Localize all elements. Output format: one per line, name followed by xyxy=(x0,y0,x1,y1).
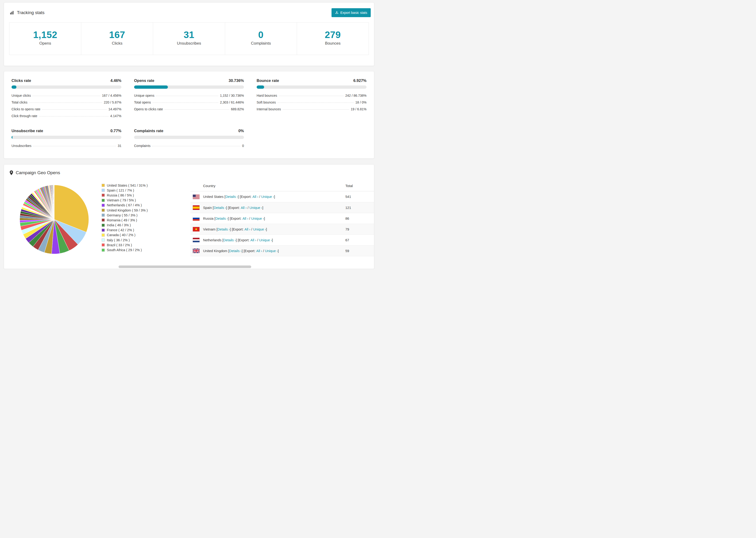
export-all-link[interactable]: All› xyxy=(243,217,248,220)
legend-item: Canada ( 40 / 2% ) xyxy=(102,233,184,238)
legend-item: United Kingdom ( 59 / 3% ) xyxy=(102,208,184,213)
geo-card-header: Campaign Geo Opens xyxy=(4,165,374,180)
rate-percent: 0% xyxy=(238,129,244,133)
legend-item: India ( 46 / 3% ) xyxy=(102,223,184,228)
export-unique-link[interactable]: Unique› xyxy=(265,249,278,253)
export-unique-link[interactable]: Unique› xyxy=(249,206,262,210)
metric-label: Internal bounces xyxy=(257,107,281,111)
metric-value: 0 xyxy=(242,144,244,148)
export-basic-stats-button[interactable]: Export basic stats xyxy=(332,8,371,17)
country-cell: United States [Details›] [Export: All› /… xyxy=(203,195,345,198)
geo-pie-chart xyxy=(19,184,89,255)
metric-label: Unsubscribes xyxy=(12,144,31,148)
vn-flag-icon xyxy=(193,227,199,232)
export-unique-link[interactable]: Unique› xyxy=(251,217,264,220)
rate-metric-row: Clicks to opens rate14.497% xyxy=(12,106,121,112)
metric-value: 19 / 6.81% xyxy=(351,107,366,111)
progress-bar-fill xyxy=(12,136,13,139)
stat-value: 167 xyxy=(81,29,153,40)
progress-bar xyxy=(12,85,121,89)
punctuation: / xyxy=(258,195,261,198)
campaign-geo-opens-card: Campaign Geo Opens United States ( 541 /… xyxy=(4,164,374,269)
punctuation: [ xyxy=(216,228,217,231)
details-link[interactable]: Details› xyxy=(225,195,238,198)
stat-value: 1,152 xyxy=(9,29,81,40)
dotted-leader xyxy=(32,96,100,96)
pie-legend: United States ( 541 / 31% )Spain ( 121 /… xyxy=(102,183,184,252)
rates-card: Clicks rate4.46%Unique clicks167 / 4.456… xyxy=(4,71,374,159)
punctuation: / xyxy=(250,228,253,231)
legend-label: Vietnam ( 79 / 5% ) xyxy=(107,198,136,202)
rate-block: Unsubscribe rate0.77%Unsubscribes31 xyxy=(12,129,121,149)
punctuation: [ xyxy=(221,238,223,242)
legend-swatch xyxy=(102,214,105,217)
punctuation: [ xyxy=(227,249,229,253)
ru-flag-icon xyxy=(193,216,199,221)
export-unique-link[interactable]: Unique› xyxy=(259,238,272,242)
metric-value: 18 / 0% xyxy=(355,100,366,104)
geo-title-text: Campaign Geo Opens xyxy=(16,170,60,175)
progress-bar xyxy=(12,136,121,139)
gb-flag-icon xyxy=(193,248,199,253)
export-all-link[interactable]: All› xyxy=(250,238,256,242)
export-unique-link[interactable]: Unique› xyxy=(253,228,266,231)
rate-metric-row: Unique opens1,152 / 30.736% xyxy=(134,92,244,99)
rate-title: Unsubscribe rate xyxy=(12,129,43,133)
rate-metric-row: Unsubscribes31 xyxy=(12,142,121,149)
punctuation: ] xyxy=(266,228,267,231)
rate-metric-row: Click through rate4.147% xyxy=(12,112,121,119)
metric-value: 2,303 / 61.446% xyxy=(220,100,244,104)
legend-swatch xyxy=(102,224,105,227)
legend-item: Spain ( 121 / 7% ) xyxy=(102,188,184,193)
tracking-card-header: Tracking stats Export basic stats xyxy=(4,3,374,21)
export-all-link[interactable]: All› xyxy=(256,249,262,253)
legend-item: Romania ( 49 / 3% ) xyxy=(102,218,184,223)
legend-item: Germany ( 55 / 3% ) xyxy=(102,213,184,218)
details-link[interactable]: Details› xyxy=(217,228,230,231)
horizontal-scrollbar-thumb[interactable] xyxy=(119,265,251,268)
stat-boxes: 1,152Opens167Clicks31Unsubscribes0Compla… xyxy=(9,22,369,55)
details-link[interactable]: Details› xyxy=(214,206,226,210)
punctuation: / xyxy=(256,238,259,242)
stat-box-clicks: 167Clicks xyxy=(81,22,153,55)
export-icon xyxy=(335,11,339,15)
punctuation: ] [Export: xyxy=(228,217,243,220)
punctuation: [ xyxy=(224,195,225,198)
legend-item: Netherlands ( 67 / 4% ) xyxy=(102,203,184,208)
stat-value: 279 xyxy=(297,29,369,40)
details-link[interactable]: Details› xyxy=(223,238,236,242)
metric-label: Clicks to opens rate xyxy=(12,107,40,111)
export-all-link[interactable]: All› xyxy=(252,195,258,198)
metric-value: 242 / 86.738% xyxy=(345,94,366,97)
rate-title: Opens rate xyxy=(134,79,154,83)
table-row-ru: Russia [Details›] [Export: All› / Unique… xyxy=(190,213,374,224)
progress-bar xyxy=(134,85,244,89)
rate-percent: 0.77% xyxy=(110,129,121,133)
export-unique-link[interactable]: Unique› xyxy=(261,195,274,198)
rate-metric-row: Opens to clicks rate689.82% xyxy=(134,106,244,112)
dotted-leader xyxy=(42,109,107,110)
rate-title: Bounce rate xyxy=(257,79,279,83)
legend-label: South Africa ( 29 / 2% ) xyxy=(107,248,142,252)
country-cell: Spain [Details›] [Export: All› / Unique›… xyxy=(203,206,345,210)
export-all-link[interactable]: All› xyxy=(241,206,246,210)
country-name: Spain xyxy=(203,206,212,210)
export-all-link[interactable]: All› xyxy=(244,228,250,231)
bar-chart-icon xyxy=(10,10,14,15)
country-total: 67 xyxy=(345,238,374,242)
dotted-leader xyxy=(156,96,218,96)
export-button-label: Export basic stats xyxy=(341,11,367,15)
country-cell: Vietnam [Details›] [Export: All› / Uniqu… xyxy=(203,228,345,231)
details-link[interactable]: Details› xyxy=(229,249,242,253)
rate-block: Complaints rate0%Complaints0 xyxy=(134,129,244,149)
rate-title: Complaints rate xyxy=(134,129,163,133)
details-link[interactable]: Details› xyxy=(215,217,228,220)
legend-label: United States ( 541 / 31% ) xyxy=(107,184,148,187)
country-total: 79 xyxy=(345,228,374,231)
stat-box-bounces: 279Bounces xyxy=(297,22,369,55)
progress-bar-fill xyxy=(134,85,168,89)
legend-swatch xyxy=(102,248,105,252)
metric-value: 220 / 5.87% xyxy=(104,100,121,104)
punctuation: ] xyxy=(262,206,263,210)
dotted-leader xyxy=(165,109,229,110)
